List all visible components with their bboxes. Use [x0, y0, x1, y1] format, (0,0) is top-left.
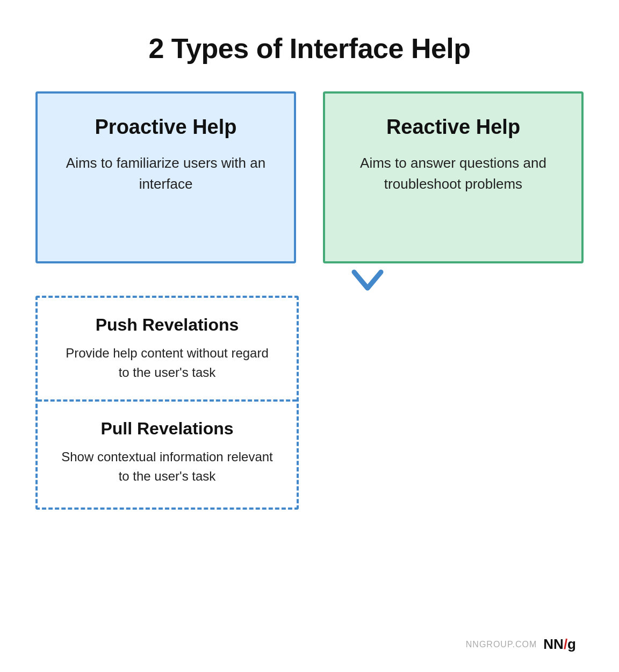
reactive-help-description: Aims to answer questions and troubleshoo…	[347, 153, 560, 195]
pull-revelations-section: Pull Revelations Show contextual informa…	[38, 402, 297, 507]
footer-logo-nn: NN	[543, 636, 564, 652]
footer-logo-g: g	[567, 636, 576, 652]
bottom-dashed-section: Push Revelations Provide help content wi…	[35, 296, 584, 510]
footer: NNGROUP.COM NN/g	[466, 636, 576, 653]
pull-revelations-title: Pull Revelations	[59, 419, 275, 439]
push-revelations-description: Provide help content without regard to t…	[59, 344, 275, 382]
dashed-outer-box: Push Revelations Provide help content wi…	[35, 296, 299, 510]
reactive-help-title: Reactive Help	[386, 115, 520, 140]
push-revelations-title: Push Revelations	[59, 315, 275, 335]
reactive-help-card: Reactive Help Aims to answer questions a…	[323, 91, 584, 263]
chevron-down-icon	[351, 269, 384, 295]
proactive-help-card: Proactive Help Aims to familiarize users…	[35, 91, 296, 263]
proactive-help-title: Proactive Help	[95, 115, 237, 140]
footer-text: NNGROUP.COM	[466, 640, 537, 649]
top-cards-row: Proactive Help Aims to familiarize users…	[35, 91, 584, 263]
proactive-help-description: Aims to familiarize users with an interf…	[59, 153, 272, 195]
pull-revelations-description: Show contextual information relevant to …	[59, 447, 275, 486]
push-revelations-section: Push Revelations Provide help content wi…	[38, 298, 297, 402]
page-title: 2 Types of Interface Help	[148, 32, 470, 65]
footer-logo: NN/g	[543, 636, 576, 653]
